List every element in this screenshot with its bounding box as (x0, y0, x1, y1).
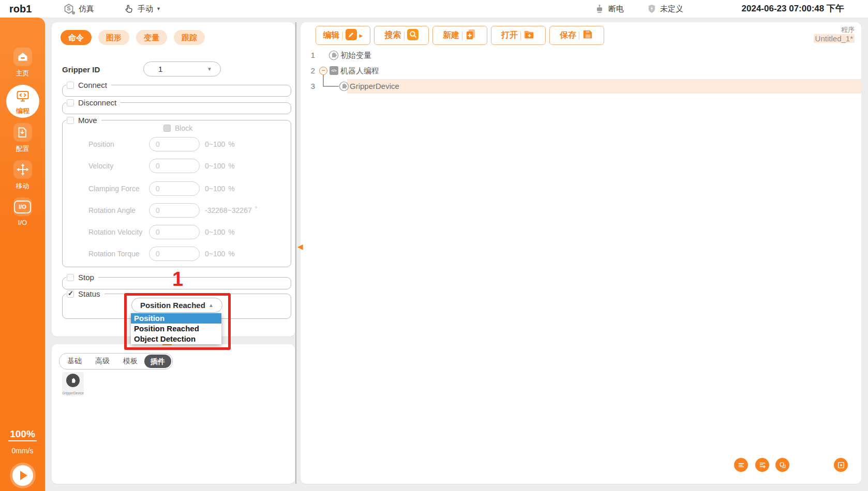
command-panel-tabs: 命令 图形 变量 跟踪 (61, 30, 205, 45)
open-folder-icon (523, 28, 535, 42)
chevron-down-icon: ▼ (207, 62, 212, 76)
tab-trace[interactable]: 跟踪 (174, 30, 205, 45)
expand-all-icon (758, 461, 767, 469)
fit-view-button[interactable] (834, 458, 848, 472)
power-status[interactable]: 断电 (594, 0, 624, 18)
search-icon (407, 29, 418, 42)
search-button[interactable]: 搜索 (374, 26, 429, 45)
disconnect-checkbox[interactable] (67, 99, 74, 106)
tab-template[interactable]: 模板 (116, 357, 144, 366)
simulation-toggle[interactable]: S 仿真 (63, 0, 94, 18)
mode-selector[interactable]: 手动 ▼ (123, 0, 161, 18)
collapse-all-button[interactable] (734, 458, 748, 472)
expand-all-button[interactable] (755, 458, 769, 472)
tab-advanced[interactable]: 高级 (88, 357, 116, 366)
config-download-icon (13, 123, 32, 142)
chevron-up-icon: ▲ (208, 298, 214, 312)
new-button[interactable]: 新建 (432, 26, 487, 45)
puzzle-icon (66, 374, 80, 387)
tree-row-init-vars[interactable]: 1 初始变量 (301, 48, 861, 63)
move-field-row: Rotation Torque 0~100% (63, 247, 291, 261)
velocity-input[interactable] (149, 159, 200, 173)
clamping-force-input[interactable] (149, 181, 200, 196)
sidebar: 主页 编程 配置 移动 I/O I/O 100% 0m (0, 18, 45, 491)
sidebar-item-move[interactable]: 移动 (0, 160, 45, 191)
new-file-icon (465, 28, 477, 42)
sidebar-item-io[interactable]: I/O I/O (0, 197, 45, 226)
collapse-node-button[interactable]: − (319, 67, 327, 75)
rotation-angle-input[interactable] (149, 203, 200, 218)
rotation-torque-input[interactable] (149, 247, 200, 261)
fit-view-icon (837, 461, 845, 469)
mode-label: 手动 (138, 4, 153, 14)
move-field-row: Clamping Force 0~100% (63, 181, 291, 196)
safety-status[interactable]: 未定义 (647, 0, 683, 18)
play-button[interactable] (12, 465, 33, 486)
dropdown-option-object-detection[interactable]: Object Detection (131, 334, 221, 344)
sidebar-item-programming[interactable]: 编程 (6, 85, 39, 118)
disconnect-section: Disconnect (62, 102, 291, 114)
disconnect-label: Disconnect (78, 98, 116, 107)
move-label: Move (78, 116, 97, 125)
hand-icon (123, 3, 134, 14)
annotation-number: 1 (172, 269, 183, 289)
status-type-dropdown: Position Position Reached Object Detecti… (131, 313, 221, 344)
program-caption: 程序 (841, 25, 855, 35)
block-label: Block (175, 124, 192, 132)
library-tabs: 基础 高级 模板 插件 (59, 353, 173, 370)
move-section: Move Block Position 0~100% Velocity 0~10… (62, 120, 291, 267)
save-button[interactable]: 保存 (549, 26, 604, 45)
linear-speed-label: 0mm/s (0, 447, 45, 455)
tab-plugin[interactable]: 插件 (144, 355, 171, 368)
move-arrows-icon (13, 160, 32, 179)
check-icon: ✓ (68, 289, 73, 297)
code-monitor-icon (6, 85, 39, 106)
plugin-gripperdevice[interactable]: GripperDevice (62, 372, 84, 396)
panel-divider (295, 22, 296, 484)
simulation-icon: S (63, 3, 76, 15)
save-icon (582, 28, 594, 42)
top-bar: rob1 S 仿真 手动 ▼ 断电 未定义 (0, 0, 868, 18)
move-field-row: Rotation Angle -32268~32267° (63, 203, 291, 218)
sidebar-item-config[interactable]: 配置 (0, 123, 45, 154)
program-panel: 编辑 ▶ 搜索 新建 打开 (301, 22, 861, 484)
move-field-row: Velocity 0~100% (63, 159, 291, 173)
robot-power-icon (594, 3, 605, 14)
speed-percent-button[interactable]: 100% (0, 428, 45, 440)
dropdown-option-position[interactable]: Position (131, 313, 221, 324)
connect-checkbox[interactable] (67, 82, 74, 89)
collapse-all-icon (737, 461, 745, 469)
tab-command[interactable]: 命令 (61, 30, 92, 45)
connect-label: Connect (78, 81, 107, 89)
dropdown-option-position-reached[interactable]: Position Reached (131, 324, 221, 334)
stop-label: Stop (78, 273, 94, 282)
chevron-right-icon: ▶ (360, 33, 363, 38)
move-checkbox[interactable] (67, 117, 74, 124)
tree-row-robot-program[interactable]: 2 机器人编程 (301, 64, 861, 78)
tab-basic[interactable]: 基础 (61, 357, 88, 366)
app-root: rob1 S 仿真 手动 ▼ 断电 未定义 (0, 0, 868, 491)
power-status-label: 断电 (608, 4, 624, 14)
edit-button[interactable]: 编辑 ▶ (316, 26, 370, 45)
status-checkbox[interactable]: ✓ (67, 290, 74, 298)
command-panel: 命令 图形 变量 跟踪 Gripper ID 1 ▼ Connect Disco… (52, 22, 295, 336)
panel-collapse-arrow[interactable]: ◀ (297, 243, 303, 250)
rotation-velocity-input[interactable] (149, 225, 200, 239)
sidebar-item-home[interactable]: 主页 (0, 48, 45, 78)
position-input[interactable] (149, 137, 200, 151)
status-type-select[interactable]: Position Reached ▲ (131, 298, 222, 313)
program-name: Untitled_1* (814, 34, 855, 43)
block-checkbox[interactable] (163, 125, 171, 132)
tab-graphic[interactable]: 图形 (98, 30, 129, 45)
tab-variable[interactable]: 变量 (136, 30, 167, 45)
robot-name-button[interactable]: rob1 (9, 0, 32, 18)
gripper-id-label: Gripper ID (62, 65, 100, 74)
simulation-label: 仿真 (79, 4, 94, 14)
stop-checkbox[interactable] (67, 274, 74, 281)
duplicate-button[interactable] (775, 458, 789, 472)
home-icon (13, 48, 32, 66)
connect-section: Connect (62, 85, 291, 97)
tree-row-gripperdevice[interactable]: 3 GripperDevice (301, 79, 861, 94)
open-button[interactable]: 打开 (491, 26, 546, 45)
gripper-id-select[interactable]: 1 ▼ (143, 62, 221, 76)
